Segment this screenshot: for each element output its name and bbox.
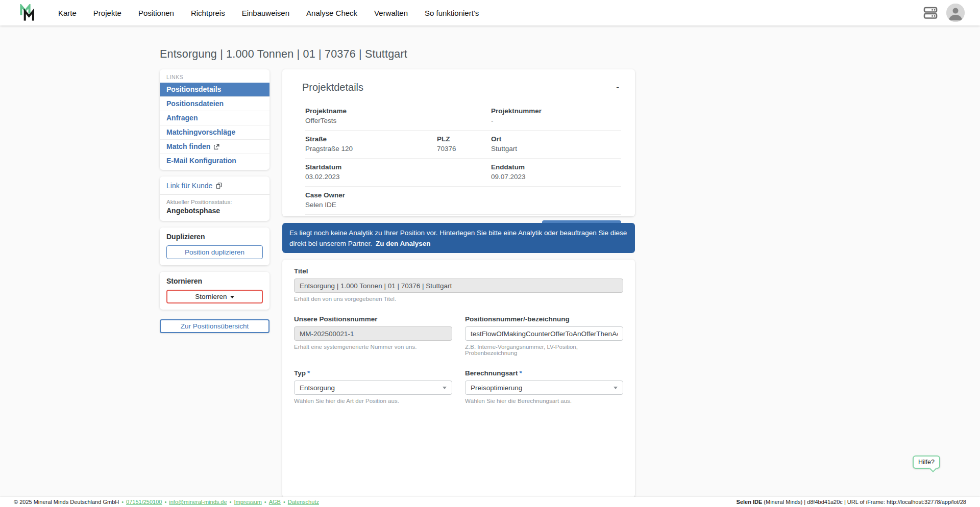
sidebar-item-label: Anfragen: [166, 114, 198, 122]
project-details-row: Projektname OfferTests Projektnummer -: [305, 103, 621, 131]
page-title: Entsorgung | 1.000 Tonnen | 01 | 70376 |…: [160, 48, 407, 61]
typ-select-value: Entsorgung: [300, 384, 335, 392]
position-status-label: Aktueller Positionsstatus:: [166, 199, 263, 205]
nav-item-analyse-check[interactable]: Analyse Check: [306, 9, 357, 17]
duplicate-card: Duplizieren Position duplizieren: [160, 227, 270, 265]
footer-phone-link[interactable]: 07151/250100: [126, 499, 162, 505]
berechnungsart-select[interactable]: Preisoptimierung: [465, 381, 623, 395]
copy-icon: [215, 182, 223, 189]
sidebar-item-positionsdateien[interactable]: Positionsdateien: [160, 96, 270, 111]
sidebar-item-label: Positionsdateien: [166, 99, 224, 108]
chevron-down-icon: [443, 387, 447, 389]
field-value: Stuttgart: [491, 145, 621, 153]
typ-label-text: Typ: [294, 369, 306, 377]
titel-field: Titel Erhält den von uns vorgegebenen Ti…: [294, 267, 623, 302]
main-nav: Karte Projekte Positionen Richtpreis Ein…: [58, 9, 479, 17]
footer-datenschutz-link[interactable]: Datenschutz: [288, 499, 319, 505]
help-button[interactable]: Hilfe?: [913, 455, 940, 469]
person-icon: [946, 4, 965, 22]
footer-email-link[interactable]: info@mineral-minds.de: [169, 499, 227, 505]
cancel-button-label: Stornieren: [195, 293, 227, 300]
footer-session-details: (Mineral Minds) | d8f4bd41a20c | URL of …: [762, 499, 966, 505]
field-label: Enddatum: [491, 163, 621, 171]
sidebar-item-label: Match finden: [166, 142, 210, 150]
footer-separator: •: [121, 499, 124, 505]
footer-agb-link[interactable]: AGB: [269, 499, 281, 505]
position-overview-button[interactable]: Zur Positionsübersicht: [160, 319, 270, 333]
sidebar-item-matchingvorschlaege[interactable]: Matchingvorschläge: [160, 125, 270, 139]
help-bubble-tail: [929, 465, 937, 472]
required-mark: *: [307, 369, 310, 377]
position-form-card: Titel Erhält den von uns vorgegebenen Ti…: [282, 260, 635, 497]
customer-link[interactable]: Link für Kunde: [166, 182, 263, 190]
custom-position-number-input[interactable]: [465, 326, 623, 341]
nav-item-so-funktionierts[interactable]: So funktioniert's: [425, 9, 479, 17]
typ-select[interactable]: Entsorgung: [294, 381, 452, 395]
nav-item-karte[interactable]: Karte: [58, 9, 77, 17]
field-label: Case Owner: [305, 191, 621, 199]
divider: [160, 194, 270, 195]
sidebar-item-email-konfiguration[interactable]: E-Mail Konfiguration: [160, 154, 270, 168]
cancel-title: Stornieren: [166, 277, 263, 285]
field-label: Projektnummer: [491, 107, 621, 115]
field-value: -: [491, 117, 621, 124]
sidebar-item-anfragen[interactable]: Anfragen: [160, 111, 270, 125]
cancel-position-button[interactable]: Stornieren: [166, 290, 263, 303]
footer-impressum-link[interactable]: Impressum: [234, 499, 261, 505]
required-mark: *: [520, 369, 522, 377]
custom-position-number-label: Positionsnummer/-bezeichnung: [465, 315, 623, 323]
nav-item-einbauweisen[interactable]: Einbauweisen: [242, 9, 289, 17]
sidebar-item-label: E-Mail Konfiguration: [166, 157, 236, 165]
project-details-title: Projektdetails: [302, 82, 363, 93]
sidebar-item-match-finden[interactable]: Match finden: [160, 139, 270, 154]
titel-helper: Erhält den von uns vorgegebenen Titel.: [294, 296, 623, 302]
banner-text: Es liegt noch keine Analytik zu Ihrer Po…: [289, 229, 627, 247]
titel-input[interactable]: [294, 278, 623, 293]
sidebar-item-label: Matchingvorschläge: [166, 128, 235, 136]
sidebar-item-label: Positionsdetails: [166, 85, 221, 93]
customer-link-card: Link für Kunde Aktueller Positionsstatus…: [160, 176, 270, 221]
header-actions: [923, 4, 965, 22]
footer-session-info: Selen IDE (Mineral Minds) | d8f4bd41a20c…: [737, 499, 966, 505]
duplicate-title: Duplizieren: [166, 233, 263, 241]
footer-separator: •: [164, 499, 166, 505]
field-label: Ort: [491, 135, 621, 143]
project-details-row: Case Owner Selen IDE: [305, 187, 621, 215]
berechnungsart-label: Berechnungsart*: [465, 369, 623, 377]
field-value: Selen IDE: [305, 201, 621, 209]
our-position-number-helper: Erhält eine systemgenerierte Nummer von …: [294, 344, 452, 350]
logo-m-icon: [19, 4, 38, 21]
sidebar: LINKS Positionsdetails Positionsdateien …: [160, 69, 270, 333]
our-position-number-label: Unsere Positionsnummer: [294, 315, 452, 323]
server-icon[interactable]: [923, 6, 938, 20]
footer-separator: •: [283, 499, 285, 505]
field-value: 70376: [437, 145, 491, 153]
field-label: PLZ: [437, 135, 491, 143]
nav-item-positionen[interactable]: Positionen: [138, 9, 174, 17]
typ-helper: Wählen Sie hier die Art der Position aus…: [294, 398, 452, 404]
footer-separator: •: [264, 499, 266, 505]
position-status-value: Angebotsphase: [166, 207, 263, 215]
our-position-number-input[interactable]: [294, 326, 452, 341]
sidebar-item-positionsdetails[interactable]: Positionsdetails: [160, 83, 270, 96]
links-card: LINKS Positionsdetails Positionsdateien …: [160, 69, 270, 170]
nav-item-richtpreis[interactable]: Richtpreis: [191, 9, 225, 17]
footer-left: © 2025 Mineral Minds Deutschland GmbH • …: [14, 499, 319, 505]
project-details-card: Projektdetails - Projektname OfferTests …: [282, 69, 635, 216]
typ-field: Typ* Entsorgung Wählen Sie hier die Art …: [294, 369, 452, 404]
go-to-analyses-link[interactable]: Zu den Analysen: [376, 240, 431, 247]
nav-item-projekte[interactable]: Projekte: [93, 9, 121, 17]
field-value: 03.02.2023: [305, 173, 491, 181]
user-avatar[interactable]: [946, 4, 965, 22]
berechnungsart-helper: Wählen Sie hier die Berechnungsart aus.: [465, 398, 623, 404]
duplicate-position-button[interactable]: Position duplizieren: [166, 245, 263, 259]
footer-copyright: © 2025 Mineral Minds Deutschland GmbH: [14, 499, 119, 505]
mineral-minds-logo[interactable]: [19, 4, 38, 21]
customer-link-label: Link für Kunde: [166, 182, 212, 190]
field-label: Projektname: [305, 107, 491, 115]
collapse-card-button[interactable]: -: [614, 82, 621, 92]
field-value: Pragstraße 120: [305, 145, 437, 153]
links-card-header: LINKS: [160, 69, 270, 83]
nav-item-verwalten[interactable]: Verwalten: [374, 9, 408, 17]
project-details-fields: Projektname OfferTests Projektnummer - S…: [305, 103, 621, 243]
